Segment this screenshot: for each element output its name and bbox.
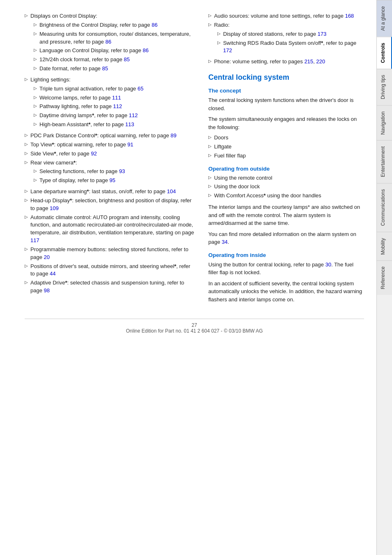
list-item: ▷ Display of stored stations, refer to p… <box>217 30 364 38</box>
tab-entertainment[interactable]: Entertainment <box>377 140 392 183</box>
list-item: ▷ PDC Park Distance Control*: optical wa… <box>25 132 196 140</box>
page-link[interactable]: 117 <box>30 237 39 243</box>
concept-body-2: The system simultaneously engages and re… <box>208 115 364 131</box>
list-item: ▷ Rear view camera*: <box>25 159 196 167</box>
outside-body-2: You can find more detailed information o… <box>208 230 364 246</box>
bullet-icon: ▷ <box>208 153 212 159</box>
list-item: ▷ Side View*, refer to page 92 <box>25 150 196 158</box>
page-link-34[interactable]: 34 <box>222 239 228 245</box>
page-link[interactable]: 20 <box>44 254 50 260</box>
tab-controls[interactable]: Controls <box>377 37 392 69</box>
list-item: ▷ Head-up Display*: selection, brightnes… <box>25 197 196 213</box>
list-item: ▷ Language on Control Display, refer to … <box>34 47 196 55</box>
page-link[interactable]: 109 <box>50 205 59 211</box>
list-item: ▷ Selecting functions, refer to page 93 <box>34 168 196 176</box>
tab-mobility[interactable]: Mobility <box>377 232 392 261</box>
bullet-icon: ▷ <box>217 31 221 37</box>
tab-communications[interactable]: Communications <box>377 183 392 231</box>
list-item: ▷ Brightness of the Control Display, ref… <box>34 21 196 29</box>
page-link[interactable]: 111 <box>112 95 121 101</box>
page-link[interactable]: 44 <box>50 271 55 277</box>
page-link[interactable]: 85 <box>124 56 129 62</box>
list-item: ▷ Pathway lighting, refer to page 112 <box>34 103 196 111</box>
list-item: ▷ Lighting settings: <box>25 76 196 84</box>
page-number: 27 <box>191 322 197 328</box>
list-item: ▷ Welcome lamps, refer to page 111 <box>34 94 196 102</box>
bullet-icon: ▷ <box>25 13 28 19</box>
list-item: ▷ Triple turn signal activation, refer t… <box>34 85 196 93</box>
tab-at-a-glance[interactable]: At a glance <box>377 0 392 37</box>
page-link[interactable]: 86 <box>143 47 148 53</box>
subsection-heading-concept: The concept <box>208 88 364 94</box>
bullet-icon: ▷ <box>25 160 28 166</box>
tab-driving-tips[interactable]: Driving tips <box>377 69 392 105</box>
page-link[interactable]: 85 <box>102 65 108 72</box>
list-item: ▷ Adaptive Drive*: selected chassis and … <box>25 279 196 295</box>
bullet-icon: ▷ <box>25 188 28 194</box>
bullet-icon: ▷ <box>25 76 28 83</box>
list-item: ▷ Automatic climate control: AUTO progra… <box>25 214 196 245</box>
tab-reference[interactable]: Reference <box>377 260 392 295</box>
list-item: ▷ Audio sources: volume and tone setting… <box>208 12 364 20</box>
bullet-icon: ▷ <box>25 246 28 252</box>
page-link[interactable]: 89 <box>171 132 176 139</box>
left-main-list: ▷ Displays on Control Display: ▷ Brightn… <box>25 12 196 295</box>
bullet-icon: ▷ <box>34 47 37 53</box>
bullet-icon: ▷ <box>34 168 37 174</box>
list-item: ▷ Switching RDS Radio Data System on/off… <box>217 39 364 55</box>
list-item: ▷ Date format, refer to page 85 <box>34 65 196 73</box>
main-content: ▷ Displays on Control Display: ▷ Brightn… <box>0 0 376 555</box>
page-link[interactable]: 86 <box>152 22 157 28</box>
page-link[interactable]: 92 <box>91 150 97 157</box>
inside-body-2: In an accident of sufficient severity, t… <box>208 280 364 304</box>
page-link[interactable]: 98 <box>44 287 50 294</box>
list-item-doorlock: ▷ Using the door lock <box>208 183 364 191</box>
bullet-icon: ▷ <box>34 56 37 62</box>
page-link[interactable]: 168 <box>345 13 354 19</box>
bullet-icon: ▷ <box>208 175 212 181</box>
list-item-doors: ▷ Doors <box>208 134 364 142</box>
bullet-icon: ▷ <box>34 103 37 109</box>
page-link[interactable]: 113 <box>125 121 134 127</box>
right-top-list: ▷ Audio sources: volume and tone setting… <box>208 12 364 66</box>
page-link[interactable]: 95 <box>109 177 115 183</box>
list-item: ▷ 12h/24h clock format, refer to page 85 <box>34 56 196 64</box>
two-column-layout: ▷ Displays on Control Display: ▷ Brightn… <box>25 12 364 306</box>
subsection-heading-inside: Operating from inside <box>208 252 364 258</box>
page-link[interactable]: 172 <box>223 47 232 53</box>
list-item: ▷ Measuring units for consumption, route… <box>34 30 196 46</box>
page-link[interactable]: 112 <box>113 103 122 109</box>
bullet-icon: ▷ <box>208 192 212 199</box>
page-link[interactable]: 104 <box>167 188 176 194</box>
bullet-icon: ▷ <box>208 22 212 28</box>
tab-navigation[interactable]: Navigation <box>377 105 392 141</box>
bullet-icon: ▷ <box>217 40 221 46</box>
page-link-30[interactable]: 30 <box>325 261 331 268</box>
page-link[interactable]: 220 <box>316 58 325 65</box>
footer: 27 Online Edition for Part no. 01 41 2 6… <box>25 319 364 334</box>
list-item: ▷ Daytime driving lamps*, refer to page … <box>34 112 196 120</box>
list-item: ▷ Lane departure warning*: last status, … <box>25 188 196 196</box>
page-link[interactable]: 65 <box>138 86 143 92</box>
page-link[interactable]: 93 <box>119 168 125 174</box>
bullet-icon: ▷ <box>34 65 37 72</box>
page-link[interactable]: 91 <box>127 141 133 148</box>
page-link[interactable]: 112 <box>129 112 138 118</box>
page-link[interactable]: 173 <box>318 31 327 37</box>
list-item: ▷ Positions of driver's seat, outside mi… <box>25 263 196 278</box>
sub-list-rearview: ▷ Selecting functions, refer to page 93 … <box>34 168 196 185</box>
bullet-icon: ▷ <box>25 214 28 220</box>
page-link[interactable]: 86 <box>105 39 111 45</box>
section-heading-central-locking: Central locking system <box>208 73 364 82</box>
sub-list-lighting: ▷ Triple turn signal activation, refer t… <box>34 85 196 129</box>
bullet-icon: ▷ <box>208 183 212 190</box>
bullet-icon: ▷ <box>25 197 28 204</box>
list-item-fuelfiller: ▷ Fuel filler flap <box>208 152 364 160</box>
list-item: ▷ Top View*: optical warning, refer to p… <box>25 141 196 149</box>
page-link[interactable]: 215 <box>304 58 314 65</box>
right-column: ▷ Audio sources: volume and tone setting… <box>208 12 364 306</box>
bullet-icon: ▷ <box>34 95 37 101</box>
bullet-icon: ▷ <box>34 86 37 92</box>
bullet-icon: ▷ <box>25 263 28 269</box>
list-item-liftgate: ▷ Liftgate <box>208 143 364 151</box>
